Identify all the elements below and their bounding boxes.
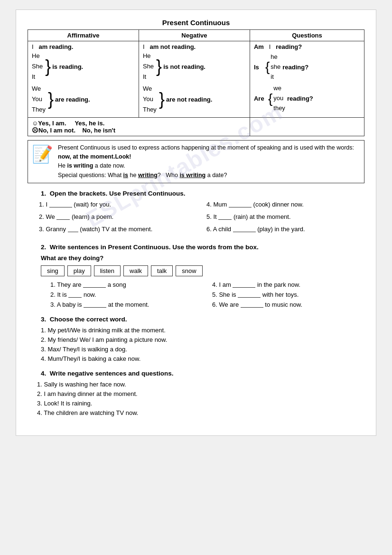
aff-she: She [32, 61, 43, 72]
ex4-item3: 3. Look! It is raining. [32, 400, 364, 407]
q-they: they [273, 103, 285, 113]
bracket-neg-1: } [156, 58, 162, 75]
q-it: it [271, 72, 280, 82]
ex2-item1: 1. They are a song [50, 281, 203, 288]
aff-i: I am reading. [32, 43, 135, 50]
aff-verb-are: are reading. [55, 96, 90, 103]
ex1-item1: 1. I (wait) for you. [34, 201, 197, 208]
blank-2-6[interactable] [241, 301, 263, 308]
header-affirmative: Affirmative [28, 30, 139, 41]
q-she: she [271, 62, 280, 72]
exercise3-section: 3. Choose the correct word. 1. My pet/I/… [28, 316, 364, 362]
header-questions: Questions [250, 30, 364, 41]
ex4-item1: 1. Sally is washing her face now. [32, 381, 364, 388]
exercise1-section: 1. Open the brackets. Use Present Contin… [28, 190, 364, 236]
page-title: Present Continuous [28, 19, 364, 27]
bracket-neg-2: } [159, 91, 165, 108]
exercise3-items: 1. My pet/I/We is drinking milk at the m… [41, 327, 364, 362]
ex1-item6: 6. A child (play) in the yard. [202, 226, 364, 233]
answers-cell-right [250, 117, 364, 136]
writing-icon: 📝 [32, 144, 53, 164]
answer-pos2: Yes, he is. [75, 120, 104, 127]
neg-verb-is: is not reading. [163, 63, 205, 70]
answer-neg1: ☹No, I am not. [32, 127, 75, 134]
exercise4-items: 1. Sally is washing her face now. 2. I a… [32, 381, 364, 416]
q-are: Are [254, 95, 267, 102]
exercise2-title: 2. Write sentences in Present Continuous… [41, 244, 364, 251]
blank-1-4[interactable] [229, 201, 252, 207]
blank-2-2[interactable] [68, 291, 82, 298]
exercise2-section: 2. Write sentences in Present Continuous… [28, 244, 364, 308]
exercise4-title: 4. Write negative sentences and question… [41, 370, 364, 377]
neg-she: She [143, 61, 154, 72]
blank-1-6[interactable] [233, 226, 256, 232]
info-text: Present Continuous is used to express ac… [58, 143, 360, 180]
blank-2-4[interactable] [233, 281, 255, 288]
q-am-verb: reading? [276, 43, 302, 50]
q-are-verb: reading? [287, 95, 313, 102]
neg-we: We [143, 84, 157, 94]
info-box: 📝 Present Continuous is used to express … [28, 140, 364, 184]
answer-pos1: ☺Yes, I am. [32, 120, 66, 127]
ex3-item3: 3. Max/ They/I is walking a dog. [41, 346, 364, 353]
answer-neg2: No, he isn't [82, 127, 115, 134]
ex4-item2: 2. I am having dinner at the moment. [32, 390, 364, 397]
bracket-aff-2: } [48, 91, 54, 108]
q-we: we [273, 84, 285, 94]
exercise2-subtitle: What are they doing? [41, 254, 364, 262]
q-is: Is [254, 64, 264, 71]
neg-they: They [143, 104, 157, 115]
aff-it: It [32, 72, 43, 82]
q-he: he [271, 52, 280, 62]
ex1-item3: 3. Granny (watch) TV at the moment. [34, 226, 197, 233]
blank-2-3[interactable] [84, 301, 106, 308]
ex1-item4: 4. Mum (cook) dinner now. [202, 201, 364, 208]
answers-cell: ☺Yes, I am. Yes, he is. ☹No, I am not. N… [28, 117, 250, 136]
aff-we: We [32, 84, 46, 94]
info-line3: Special questions: What is he writing? W… [58, 172, 227, 179]
q-is-verb: reading? [282, 64, 308, 71]
affirmative-cell: I am reading. He She It } is reading. [28, 41, 139, 118]
blank-2-5[interactable] [238, 291, 261, 298]
word-listen: listen [94, 265, 121, 276]
blank-1-3[interactable] [68, 226, 78, 232]
neg-verb-are: are not reading. [166, 96, 213, 103]
exercise1-title: 1. Open the brackets. Use Present Contin… [41, 190, 364, 197]
neg-he: He [143, 51, 154, 61]
grammar-table: Affirmative Negative Questions I am read… [28, 29, 364, 136]
bracket-q-is: { [265, 60, 270, 74]
word-box-container: sing play listen walk talk snow [41, 265, 364, 276]
word-play: play [67, 265, 91, 276]
worksheet-page: ESLprintables.com Present Continuous Aff… [16, 9, 376, 436]
info-look: Look! [115, 153, 131, 160]
ex4-item4: 4. The children are watching TV now. [32, 409, 364, 416]
info-line2: He is writing a date now. [58, 162, 125, 169]
q-am: Am [254, 43, 264, 50]
exercise3-title: 3. Choose the correct word. [41, 316, 364, 323]
aff-you: You [32, 94, 46, 104]
neg-you: You [143, 94, 157, 104]
ex2-item2: 2. It is now. [50, 291, 203, 298]
ex1-item5: 5. It (rain) at the moment. [202, 213, 364, 220]
blank-1-1[interactable] [49, 201, 72, 207]
ex3-item4: 4. Mum/They/I is baking a cake now. [41, 355, 364, 362]
negative-cell: I am not reading. He She It } is not rea… [139, 41, 250, 118]
exercise4-section: 4. Write negative sentences and question… [28, 370, 364, 416]
ex1-item2: 2. We (learn) a poem. [34, 213, 197, 220]
exercise2-items: 1. They are a song 4. I am in the park n… [50, 281, 364, 308]
blank-1-2[interactable] [56, 213, 70, 220]
blank-2-1[interactable] [83, 281, 106, 288]
blank-1-5[interactable] [218, 213, 232, 220]
bracket-aff-1: } [45, 58, 51, 75]
questions-cell: Am I reading? Is { he she it reading? [250, 41, 364, 118]
word-sing: sing [41, 265, 65, 276]
neg-i: I am not reading. [143, 43, 246, 50]
aff-they: They [32, 104, 46, 115]
ex2-item3: 3. A baby is at the moment. [50, 301, 203, 308]
ex3-item2: 2. My friends/ We/ I am painting a pictu… [41, 336, 364, 343]
q-you: you [273, 94, 285, 103]
neg-it: It [143, 72, 154, 82]
aff-he: He [32, 51, 43, 61]
ex2-item4: 4. I am in the park now. [212, 281, 364, 288]
header-negative: Negative [139, 30, 250, 41]
